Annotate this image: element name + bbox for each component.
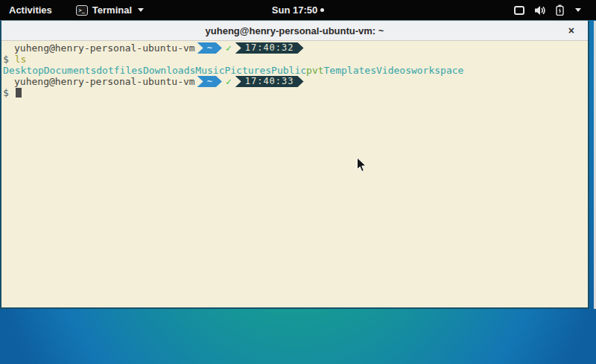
status-check-icon: ✓ — [226, 76, 232, 87]
file-entry: pvt — [306, 65, 323, 76]
prompt-symbol: $ — [3, 54, 15, 65]
clock-label: Sun 17:50 — [272, 4, 317, 16]
file-entry: dotfiles — [96, 65, 143, 76]
prompt-path-segment: ~ — [197, 76, 222, 87]
file-entry: Templates — [324, 65, 376, 76]
app-menu-terminal[interactable]: >_ Terminal — [72, 0, 148, 20]
prompt-user: yuheng@henry-personal-ubuntu-vm — [14, 76, 195, 87]
window-title: yuheng@henry-personal-ubuntu-vm: ~ — [206, 25, 384, 36]
close-button[interactable]: × — [565, 21, 577, 40]
file-entry: Downloads — [143, 65, 195, 76]
status-check-icon: ✓ — [226, 42, 232, 54]
terminal-app-icon: >_ — [76, 5, 88, 16]
window-titlebar[interactable]: yuheng@henry-personal-ubuntu-vm: ~ × — [1, 21, 588, 41]
top-bar: Activities >_ Terminal Sun 17:50 — [0, 0, 596, 20]
app-menu-label: Terminal — [92, 4, 132, 16]
file-entry: Public — [271, 65, 306, 76]
terminal-content[interactable]: yuheng@henry-personal-ubuntu-vm~✓17:40:3… — [1, 41, 588, 307]
prompt-user: yuheng@henry-personal-ubuntu-vm — [14, 42, 195, 54]
display-icon — [514, 6, 524, 15]
file-entry: Desktop — [3, 65, 44, 76]
file-entry: Videos — [376, 65, 411, 76]
terminal-ls-output: Desktop Documents dotfiles Downloads Mus… — [3, 65, 588, 76]
notification-dot-icon — [320, 8, 324, 12]
file-entry: Pictures — [224, 65, 271, 76]
prompt-symbol: $ — [3, 87, 15, 98]
prompt-time-segment: 17:40:33 — [235, 76, 304, 87]
chevron-down-icon — [575, 8, 581, 12]
terminal-prompt-line: yuheng@henry-personal-ubuntu-vm~✓17:40:3… — [3, 76, 588, 87]
terminal-command-line: $ ls — [3, 54, 588, 65]
command-text: ls — [15, 54, 27, 65]
prompt-path-segment: ~ — [197, 42, 222, 54]
file-entry: Music — [195, 65, 224, 76]
file-entry: workspace — [411, 65, 463, 76]
terminal-prompt-line: yuheng@henry-personal-ubuntu-vm~✓17:40:3… — [3, 42, 588, 54]
text-cursor — [16, 88, 22, 98]
volume-icon — [534, 5, 546, 16]
file-entry: Documents — [44, 65, 96, 76]
chevron-down-icon — [138, 8, 144, 12]
terminal-current-line: $ — [3, 87, 588, 98]
terminal-window: yuheng@henry-personal-ubuntu-vm: ~ × yuh… — [0, 20, 589, 309]
battery-charging-icon — [556, 4, 564, 16]
prompt-time-segment: 17:40:32 — [235, 42, 304, 54]
system-status-area[interactable] — [514, 0, 596, 20]
activities-button[interactable]: Activities — [0, 0, 61, 20]
